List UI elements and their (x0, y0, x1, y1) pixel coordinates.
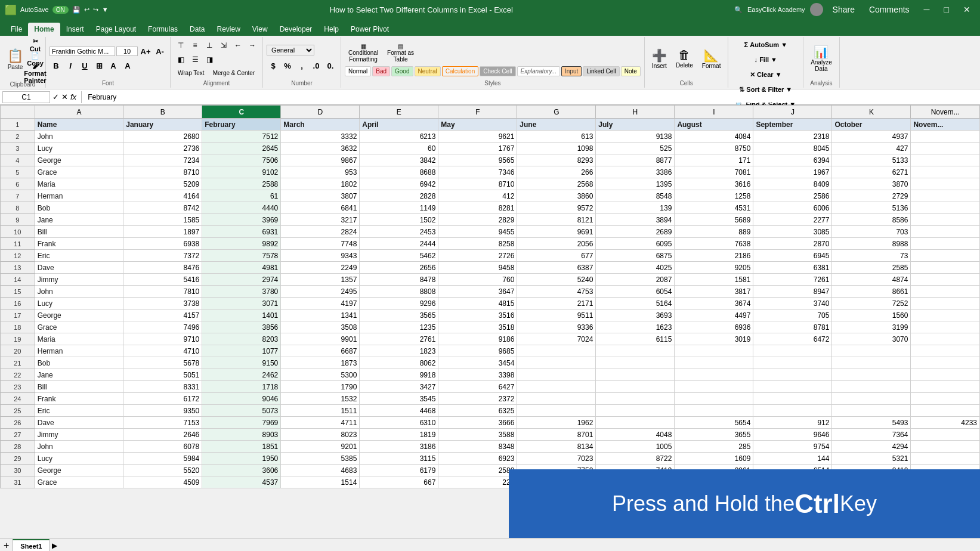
cell-A7[interactable]: Herman (35, 190, 123, 202)
row-num-21[interactable]: 21 (1, 357, 35, 369)
cell-A10[interactable]: Bill (35, 226, 123, 238)
row-num-23[interactable]: 23 (1, 381, 35, 393)
cell-J23[interactable] (753, 381, 832, 393)
cell-K12[interactable]: 73 (832, 250, 911, 262)
cell-Nov23[interactable] (911, 381, 980, 393)
cell-H1[interactable]: July (596, 119, 675, 131)
cell-A28[interactable]: John (35, 441, 123, 453)
cell-A8[interactable]: Bob (35, 202, 123, 214)
cell-K5[interactable]: 6271 (832, 166, 911, 178)
cell-J29[interactable]: 144 (753, 453, 832, 465)
cell-K17[interactable]: 1560 (832, 309, 911, 321)
cell-B4[interactable]: 7234 (123, 154, 202, 166)
cell-F25[interactable]: 6325 (438, 405, 517, 417)
cell-B21[interactable]: 5678 (123, 357, 202, 369)
row-num-20[interactable]: 20 (1, 345, 35, 357)
cell-F22[interactable]: 3398 (438, 369, 517, 381)
cell-J19[interactable]: 6472 (753, 333, 832, 345)
redo-icon[interactable]: ↪ (93, 6, 98, 14)
cell-F7[interactable]: 412 (438, 190, 517, 202)
cell-C1[interactable]: February (202, 119, 281, 131)
cell-A11[interactable]: Frank (35, 238, 123, 250)
cell-C29[interactable]: 1950 (202, 453, 281, 465)
cell-J6[interactable]: 8409 (753, 178, 832, 190)
font-size-input[interactable] (116, 47, 138, 56)
col-header-F[interactable]: F (438, 106, 517, 119)
cell-I28[interactable]: 285 (675, 441, 753, 453)
format-as-table-button[interactable]: ▤ Format asTable (384, 41, 418, 65)
cell-E13[interactable]: 2656 (360, 262, 438, 274)
cell-I26[interactable]: 5654 (675, 417, 753, 429)
cell-E19[interactable]: 2761 (360, 333, 438, 345)
cell-Nov14[interactable] (911, 274, 980, 286)
style-calc[interactable]: Calculation (442, 66, 478, 76)
paste-button[interactable]: 📋 Paste (4, 46, 27, 73)
cell-I20[interactable] (675, 345, 753, 357)
tab-help[interactable]: Help (318, 23, 345, 36)
cell-E26[interactable]: 6310 (360, 417, 438, 429)
cell-I2[interactable]: 4084 (675, 131, 753, 143)
cell-J26[interactable]: 912 (753, 417, 832, 429)
cell-E7[interactable]: 2828 (360, 190, 438, 202)
cell-D31[interactable]: 1514 (281, 476, 360, 488)
cell-F28[interactable]: 8348 (438, 441, 517, 453)
cell-D23[interactable]: 1790 (281, 381, 360, 393)
col-header-Nov[interactable]: Novem... (911, 106, 980, 119)
cell-H26[interactable] (596, 417, 675, 429)
cell-D24[interactable]: 1532 (281, 393, 360, 405)
cell-E20[interactable]: 1823 (360, 345, 438, 357)
col-header-K[interactable]: K (832, 106, 911, 119)
cell-Nov8[interactable] (911, 202, 980, 214)
cell-G14[interactable]: 5240 (517, 274, 596, 286)
cell-E25[interactable]: 4468 (360, 405, 438, 417)
formula-bar-cancel-icon[interactable]: ✕ (61, 92, 68, 101)
align-bottom-button[interactable]: ⊥ (203, 39, 216, 52)
cell-F13[interactable]: 9458 (438, 262, 517, 274)
cell-Nov21[interactable] (911, 357, 980, 369)
cell-D8[interactable]: 6841 (281, 202, 360, 214)
cell-B20[interactable]: 4710 (123, 345, 202, 357)
cell-A9[interactable]: Jane (35, 214, 123, 226)
cell-A13[interactable]: Dave (35, 262, 123, 274)
cell-C31[interactable]: 4537 (202, 476, 281, 488)
cell-I18[interactable]: 6936 (675, 321, 753, 333)
cell-H9[interactable]: 3894 (596, 214, 675, 226)
align-middle-button[interactable]: ≡ (188, 39, 202, 52)
cell-A1[interactable]: Name (35, 119, 123, 131)
cell-Nov17[interactable] (911, 309, 980, 321)
cell-Nov25[interactable] (911, 405, 980, 417)
cell-F23[interactable]: 6427 (438, 381, 517, 393)
cell-Nov9[interactable] (911, 214, 980, 226)
formula-bar-fx-icon[interactable]: fx (70, 92, 76, 101)
cell-J8[interactable]: 6006 (753, 202, 832, 214)
cell-E18[interactable]: 1235 (360, 321, 438, 333)
cell-G24[interactable] (517, 393, 596, 405)
cell-I14[interactable]: 1581 (675, 274, 753, 286)
cell-F10[interactable]: 9455 (438, 226, 517, 238)
row-num-28[interactable]: 28 (1, 441, 35, 453)
cell-D20[interactable]: 6687 (281, 345, 360, 357)
minimize-button[interactable]: ─ (919, 4, 935, 16)
cell-E10[interactable]: 2453 (360, 226, 438, 238)
cell-A22[interactable]: Jane (35, 369, 123, 381)
cell-J27[interactable]: 9646 (753, 429, 832, 441)
cell-Nov20[interactable] (911, 345, 980, 357)
cell-C4[interactable]: 7506 (202, 154, 281, 166)
cell-A4[interactable]: George (35, 154, 123, 166)
cell-B18[interactable]: 7496 (123, 321, 202, 333)
cell-I13[interactable]: 9205 (675, 262, 753, 274)
cell-C14[interactable]: 2974 (202, 274, 281, 286)
cell-A17[interactable]: George (35, 309, 123, 321)
cell-Nov28[interactable] (911, 441, 980, 453)
cell-A19[interactable]: Maria (35, 333, 123, 345)
cell-Nov26[interactable]: 4233 (911, 417, 980, 429)
autosave-toggle[interactable]: ON (52, 6, 69, 14)
cell-F5[interactable]: 7346 (438, 166, 517, 178)
cell-J1[interactable]: September (753, 119, 832, 131)
cell-J20[interactable] (753, 345, 832, 357)
cell-B5[interactable]: 8710 (123, 166, 202, 178)
cell-G1[interactable]: June (517, 119, 596, 131)
save-icon[interactable]: 💾 (72, 6, 81, 14)
cell-K29[interactable]: 5321 (832, 453, 911, 465)
cell-K25[interactable] (832, 405, 911, 417)
